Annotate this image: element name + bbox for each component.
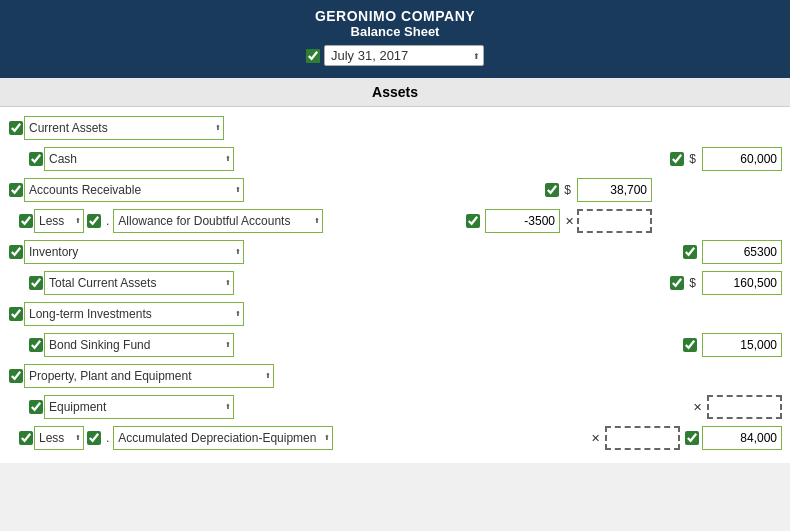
- inventory-select[interactable]: Inventory: [24, 240, 244, 264]
- ppe-row: Property, Plant and Equipment: [8, 362, 782, 390]
- acc-dep-val-cb[interactable]: [684, 431, 700, 445]
- acc-dep-select-wrapper: Accumulated Depreciation-Equipment: [113, 426, 333, 450]
- ppe-select-wrapper: Property, Plant and Equipment: [24, 364, 274, 388]
- bond-select[interactable]: Bond Sinking Fund: [44, 333, 234, 357]
- sheet-title: Balance Sheet: [20, 24, 770, 39]
- sheet-body: Current Assets Cash $ 60,000: [0, 107, 790, 463]
- assets-header: Assets: [0, 78, 790, 107]
- long-term-cb[interactable]: [8, 307, 24, 321]
- total-current-val-cb[interactable]: [669, 276, 685, 290]
- acc-dep-x: ✕: [591, 432, 600, 445]
- cash-row: Cash $ 60,000: [8, 145, 782, 173]
- inventory-value: 65300: [702, 240, 782, 264]
- date-select-wrapper: July 31, 2017: [324, 45, 484, 66]
- ppe-cb[interactable]: [8, 369, 24, 383]
- allowance-row: Less . Allowance for Doubtful Accounts -…: [8, 207, 782, 235]
- allowance-value: -3500: [485, 209, 560, 233]
- ar-select[interactable]: Accounts Receivable: [24, 178, 244, 202]
- ar-cb[interactable]: [8, 183, 24, 197]
- bond-val-cb[interactable]: [682, 338, 698, 352]
- ar-dollar: $: [564, 183, 571, 197]
- less-select-wrapper: Less: [34, 209, 84, 233]
- equipment-x: ✕: [693, 401, 702, 414]
- date-checkbox[interactable]: [306, 49, 320, 63]
- allowance-cb[interactable]: [18, 214, 34, 228]
- less-select[interactable]: Less: [34, 209, 84, 233]
- dot-separator: .: [106, 214, 109, 228]
- inventory-select-wrapper: Inventory: [24, 240, 244, 264]
- less2-select[interactable]: Less: [34, 426, 84, 450]
- bond-select-wrapper: Bond Sinking Fund: [44, 333, 234, 357]
- inventory-cb[interactable]: [8, 245, 24, 259]
- cash-select[interactable]: Cash: [44, 147, 234, 171]
- total-current-select-wrapper: Total Current Assets: [44, 271, 234, 295]
- total-current-select[interactable]: Total Current Assets: [44, 271, 234, 295]
- ar-row: Accounts Receivable $ 38,700: [8, 176, 782, 204]
- acc-dep-cb[interactable]: [18, 431, 34, 445]
- acc-dep-dashed: [605, 426, 680, 450]
- total-current-cb[interactable]: [28, 276, 44, 290]
- cash-cb[interactable]: [28, 152, 44, 166]
- acc-dep-inner-cb[interactable]: [86, 431, 102, 445]
- date-select[interactable]: July 31, 2017: [324, 45, 484, 66]
- header: GERONIMO COMPANY Balance Sheet July 31, …: [0, 0, 790, 78]
- long-term-select-wrapper: Long-term Investments: [24, 302, 244, 326]
- ppe-select[interactable]: Property, Plant and Equipment: [24, 364, 274, 388]
- current-assets-select[interactable]: Current Assets: [24, 116, 224, 140]
- total-current-dollar: $: [689, 276, 696, 290]
- inventory-row: Inventory 65300: [8, 238, 782, 266]
- ar-val-cb[interactable]: [544, 183, 560, 197]
- long-term-select[interactable]: Long-term Investments: [24, 302, 244, 326]
- long-term-row: Long-term Investments: [8, 300, 782, 328]
- equipment-row: Equipment ✕: [8, 393, 782, 421]
- date-row: July 31, 2017: [20, 45, 770, 66]
- equipment-select[interactable]: Equipment: [44, 395, 234, 419]
- equipment-select-wrapper: Equipment: [44, 395, 234, 419]
- acc-dep-select[interactable]: Accumulated Depreciation-Equipment: [113, 426, 333, 450]
- ar-select-wrapper: Accounts Receivable: [24, 178, 244, 202]
- assets-label: Assets: [372, 84, 418, 100]
- bond-value: 15,000: [702, 333, 782, 357]
- current-assets-cb[interactable]: [8, 121, 24, 135]
- bond-cb[interactable]: [28, 338, 44, 352]
- cash-select-wrapper: Cash: [44, 147, 234, 171]
- ar-value: 38,700: [577, 178, 652, 202]
- cash-val-cb[interactable]: [669, 152, 685, 166]
- less2-select-wrapper: Less: [34, 426, 84, 450]
- dot-separator2: .: [106, 431, 109, 445]
- equipment-dashed: [707, 395, 782, 419]
- allowance-dashed: [577, 209, 652, 233]
- equipment-cb[interactable]: [28, 400, 44, 414]
- allowance-select[interactable]: Allowance for Doubtful Accounts: [113, 209, 323, 233]
- allowance-x: ✕: [565, 215, 574, 228]
- page-container: GERONIMO COMPANY Balance Sheet July 31, …: [0, 0, 790, 463]
- acc-dep-row: Less . Accumulated Depreciation-Equipmen…: [8, 424, 782, 452]
- cash-dollar: $: [689, 152, 696, 166]
- total-current-row: Total Current Assets $ 160,500: [8, 269, 782, 297]
- current-assets-select-wrapper: Current Assets: [24, 116, 224, 140]
- inventory-val-cb[interactable]: [682, 245, 698, 259]
- allowance-inner-cb[interactable]: [86, 214, 102, 228]
- allowance-val-cb[interactable]: [465, 214, 481, 228]
- acc-dep-value: 84,000: [702, 426, 782, 450]
- current-assets-row: Current Assets: [8, 114, 782, 142]
- cash-value: 60,000: [702, 147, 782, 171]
- bond-row: Bond Sinking Fund 15,000: [8, 331, 782, 359]
- total-current-value: 160,500: [702, 271, 782, 295]
- company-name: GERONIMO COMPANY: [20, 8, 770, 24]
- allowance-select-wrapper: Allowance for Doubtful Accounts: [113, 209, 323, 233]
